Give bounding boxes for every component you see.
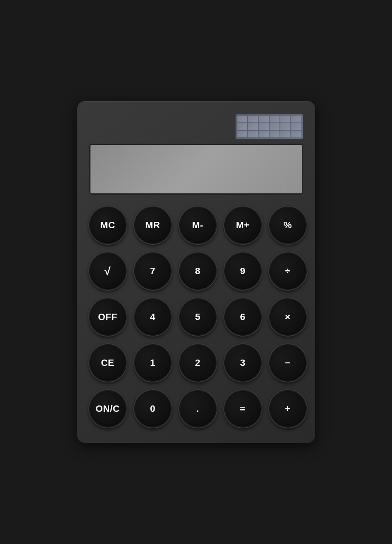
mc-button[interactable]: MC (89, 207, 127, 244)
display-inner (90, 145, 302, 193)
equals-button[interactable]: = (224, 390, 262, 428)
eight-button[interactable]: 8 (179, 252, 217, 290)
off-button[interactable]: OFF (89, 298, 127, 336)
five-button[interactable]: 5 (179, 298, 217, 336)
plus-button[interactable]: + (269, 390, 307, 428)
four-button[interactable]: 4 (134, 298, 172, 336)
one-button[interactable]: 1 (134, 344, 172, 382)
zero-button[interactable]: 0 (134, 390, 172, 428)
two-button[interactable]: 2 (179, 344, 217, 382)
divide-button[interactable]: ÷ (269, 252, 307, 290)
sqrt-button[interactable]: √ (89, 252, 127, 290)
decimal-button[interactable]: . (179, 390, 217, 428)
percent-button[interactable]: % (269, 207, 307, 244)
mplus-button[interactable]: M+ (224, 207, 262, 244)
minus-button[interactable]: − (269, 344, 307, 382)
mr-button[interactable]: MR (134, 207, 172, 244)
calculator-body: MCMRM-M+%√789÷OFF456×CE123−ON/C0.=+ (77, 101, 315, 443)
ce-button[interactable]: CE (89, 344, 127, 382)
onc-button[interactable]: ON/C (89, 390, 127, 428)
multiply-button[interactable]: × (269, 298, 307, 336)
solar-panel (235, 114, 303, 139)
display-screen (89, 144, 303, 195)
buttons-grid: MCMRM-M+%√789÷OFF456×CE123−ON/C0.=+ (89, 207, 303, 428)
nine-button[interactable]: 9 (224, 252, 262, 290)
three-button[interactable]: 3 (224, 344, 262, 382)
top-section (89, 114, 303, 195)
six-button[interactable]: 6 (224, 298, 262, 336)
seven-button[interactable]: 7 (134, 252, 172, 290)
mminus-button[interactable]: M- (179, 207, 217, 244)
